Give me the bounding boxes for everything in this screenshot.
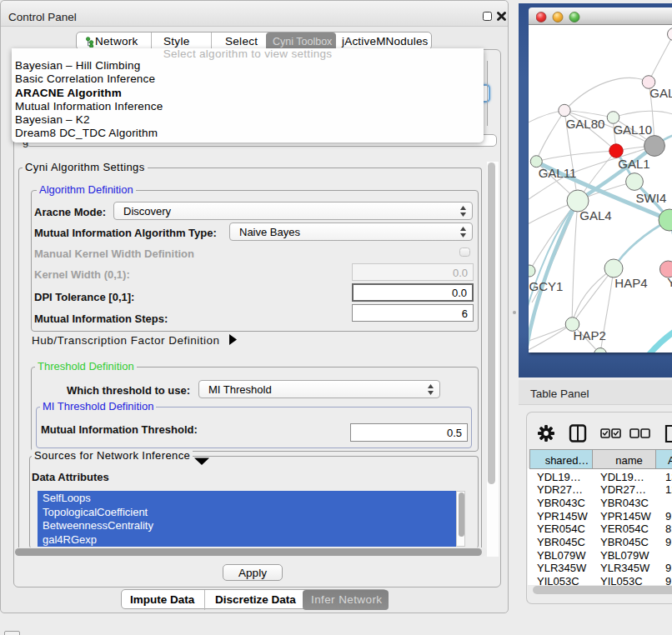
svg-text:GAL11: GAL11	[539, 166, 577, 180]
svg-text:GAL4: GAL4	[579, 208, 611, 222]
svg-text:SWI4: SWI4	[636, 191, 667, 205]
svg-text:GCY1: GCY1	[529, 279, 564, 293]
svg-text:GAL10: GAL10	[613, 122, 652, 137]
svg-text:GAL80: GAL80	[566, 117, 605, 131]
svg-text:Y: Y	[667, 275, 672, 289]
svg-text:GAL: GAL	[649, 86, 672, 100]
svg-text:HAP2: HAP2	[574, 328, 606, 342]
svg-text:HAP4: HAP4	[614, 276, 647, 290]
svg-text:GAL1: GAL1	[618, 157, 649, 171]
